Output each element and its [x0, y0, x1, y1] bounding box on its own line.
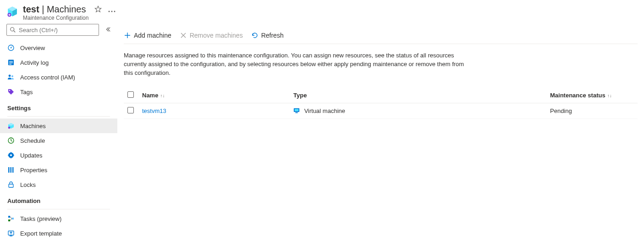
overview-icon: [7, 44, 15, 51]
svg-point-16: [9, 75, 11, 77]
page-subtitle: Maintenance Configuration: [23, 15, 116, 21]
main-content: Add machine Remove machines Refresh Mana…: [117, 24, 644, 241]
sidebar-item-updates[interactable]: Updates: [0, 148, 117, 163]
page-header: test | Machines Maintenance Configuratio…: [0, 0, 644, 24]
cell-status: Pending: [550, 107, 572, 114]
sidebar-item-properties[interactable]: Properties: [0, 163, 117, 177]
svg-point-5: [108, 11, 110, 12]
toolbar: Add machine Remove machines Refresh: [124, 24, 638, 44]
sidebar-item-overview[interactable]: Overview: [0, 40, 117, 55]
svg-rect-14: [9, 62, 13, 63]
search-icon: [10, 27, 16, 33]
sidebar-section-automation: Automation: [0, 192, 117, 207]
collapse-sidebar-icon[interactable]: [105, 26, 111, 34]
sidebar-item-label: Access control (IAM): [20, 74, 75, 81]
sidebar-item-tasks[interactable]: Tasks (preview): [0, 211, 117, 226]
sidebar-item-label: Schedule: [20, 137, 45, 144]
resource-icon: [6, 6, 18, 17]
sort-icon: ↑↓: [607, 93, 612, 98]
sidebar-item-label: Export template: [20, 230, 62, 237]
add-machine-button[interactable]: Add machine: [124, 32, 171, 39]
svg-rect-39: [295, 109, 299, 111]
plus-icon: [124, 32, 131, 39]
description-text: Manage resources assigned to this mainte…: [124, 51, 472, 78]
remove-machines-button[interactable]: Remove machines: [180, 32, 243, 39]
svg-rect-30: [11, 167, 12, 173]
favorite-star-icon[interactable]: [94, 6, 102, 15]
toolbar-label: Add machine: [134, 32, 171, 39]
svg-point-17: [11, 75, 13, 77]
svg-marker-4: [95, 6, 101, 12]
svg-point-24: [10, 154, 12, 156]
cell-type: Virtual machine: [304, 107, 345, 114]
activity-log-icon: [7, 59, 15, 66]
more-actions-icon[interactable]: [108, 6, 116, 14]
svg-point-18: [9, 90, 10, 91]
sidebar-item-tags[interactable]: Tags: [0, 84, 117, 99]
row-checkbox[interactable]: [127, 107, 134, 113]
svg-rect-35: [12, 218, 14, 219]
updates-icon: [7, 152, 15, 159]
search-input[interactable]: [18, 26, 96, 34]
table-row[interactable]: testvm13 Virtual machine Pending: [124, 103, 638, 118]
toolbar-label: Remove machines: [190, 32, 243, 39]
sidebar-item-access-control[interactable]: Access control (IAM): [0, 70, 117, 84]
export-template-icon: [7, 230, 15, 237]
page-title: test | Machines: [23, 4, 86, 15]
divider: [7, 209, 110, 209]
svg-rect-33: [8, 216, 10, 218]
sidebar-item-schedule[interactable]: Schedule: [0, 133, 117, 148]
svg-line-9: [14, 31, 16, 33]
properties-icon: [7, 166, 15, 174]
column-header-name[interactable]: Name↑↓: [138, 88, 290, 103]
sidebar-item-label: Updates: [20, 152, 42, 159]
svg-rect-27: [8, 155, 9, 155]
sidebar-item-activity-log[interactable]: Activity log: [0, 55, 117, 70]
svg-rect-25: [11, 152, 11, 153]
tasks-icon: [7, 215, 15, 222]
column-header-status[interactable]: Maintenance status↑↓: [546, 88, 638, 103]
schedule-icon: [7, 137, 15, 144]
svg-rect-34: [8, 219, 10, 221]
sidebar-item-machines[interactable]: Machines: [0, 118, 117, 133]
sidebar: Overview Activity log Access control (IA…: [0, 24, 117, 241]
svg-point-6: [111, 11, 112, 12]
svg-rect-29: [8, 167, 10, 173]
x-icon: [180, 32, 187, 39]
machines-table: Name↑↓ Type Maintenance status↑↓ testvm1…: [124, 88, 638, 119]
svg-point-11: [11, 47, 11, 48]
svg-point-7: [114, 11, 115, 12]
divider: [7, 116, 110, 117]
svg-rect-15: [9, 64, 11, 64]
svg-rect-32: [9, 184, 13, 187]
sidebar-item-label: Tasks (preview): [20, 215, 61, 222]
svg-rect-13: [9, 61, 13, 62]
sidebar-item-label: Overview: [20, 45, 45, 51]
refresh-icon: [251, 32, 259, 39]
sidebar-item-label: Activity log: [20, 59, 49, 66]
locks-icon: [7, 181, 15, 188]
tags-icon: [7, 88, 15, 96]
machines-icon: [7, 122, 15, 129]
svg-point-8: [11, 28, 14, 31]
sidebar-section-settings: Settings: [0, 99, 117, 114]
sort-icon: ↑↓: [160, 93, 165, 98]
sidebar-search-box[interactable]: [6, 24, 99, 36]
sidebar-item-label: Properties: [20, 167, 47, 174]
sidebar-item-label: Tags: [20, 89, 33, 96]
resource-link[interactable]: testvm13: [142, 107, 166, 114]
sidebar-item-locks[interactable]: Locks: [0, 177, 117, 192]
svg-rect-37: [10, 236, 12, 236]
column-header-type[interactable]: Type: [290, 88, 546, 103]
refresh-button[interactable]: Refresh: [251, 32, 284, 39]
sidebar-item-export-template[interactable]: Export template: [0, 226, 117, 241]
access-control-icon: [7, 73, 15, 81]
sidebar-item-label: Machines: [20, 123, 46, 129]
svg-rect-26: [11, 157, 11, 158]
toolbar-label: Refresh: [261, 32, 284, 39]
sidebar-item-label: Locks: [20, 181, 36, 188]
svg-rect-31: [12, 167, 14, 173]
svg-rect-40: [295, 112, 297, 113]
svg-point-21: [8, 127, 11, 129]
select-all-checkbox[interactable]: [127, 91, 134, 98]
